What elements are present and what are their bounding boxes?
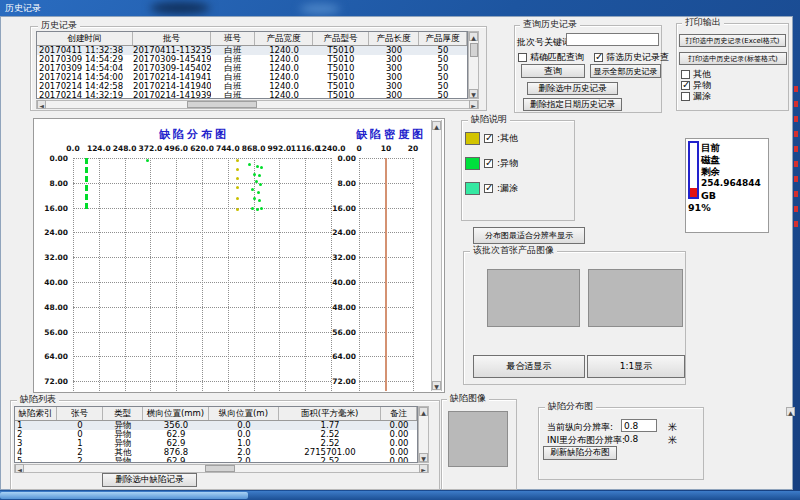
filter-history-checkbox[interactable]: 筛选历史记录查	[594, 51, 669, 64]
scroll-down-icon[interactable]: ▼	[419, 453, 428, 462]
table-row[interactable]: 20170309 14:54:2920170309-145419白班1240.0…	[37, 55, 467, 64]
y-tick-label: 24.00	[40, 228, 68, 237]
scroll-up-icon[interactable]: ▲	[469, 32, 478, 41]
column-header[interactable]: 张号	[57, 407, 103, 420]
cell: 3	[15, 439, 57, 448]
column-header[interactable]: 产品厚度	[419, 32, 467, 45]
grid-line	[73, 257, 331, 258]
cell: 异物	[103, 439, 143, 448]
column-header[interactable]: 批号	[133, 32, 211, 45]
column-header[interactable]: 创建时间	[37, 32, 133, 45]
history-table-hscrollbar[interactable]: ◄ ►	[36, 100, 479, 109]
checkbox-icon[interactable]	[681, 81, 690, 90]
column-header[interactable]: 面积(平方毫米)	[279, 407, 381, 420]
exact-match-checkbox[interactable]: 精确匹配查询	[518, 51, 584, 64]
defect-point	[248, 163, 251, 166]
delete-by-date-button[interactable]: 删除指定日期历史记录	[523, 98, 622, 111]
cell: 20170411 11:32:38	[37, 46, 133, 55]
cell: 300	[369, 46, 419, 55]
scrollbar-thumb[interactable]	[470, 43, 478, 57]
scroll-right-icon[interactable]: ►	[469, 100, 478, 109]
print-excel-button[interactable]: 打印选中历史记录(Excel格式)	[679, 34, 786, 47]
defect-point	[236, 177, 239, 180]
column-header[interactable]: 产品型号	[313, 32, 369, 45]
y-tick-label: 64.00	[328, 352, 356, 361]
scroll-up-icon[interactable]: ▲	[432, 121, 441, 130]
defect-point	[251, 207, 254, 210]
grid-line	[73, 381, 331, 382]
cell: 20170214 14:54:00	[37, 73, 133, 82]
product-image-group-title: 该批次首张产品图像	[470, 245, 557, 256]
scroll-down-icon[interactable]: ▼	[469, 89, 478, 98]
defect-table-hscrollbar[interactable]: ◄ ►	[14, 464, 429, 473]
history-table-vscrollbar[interactable]: ▲ ▼	[468, 31, 479, 99]
delete-selected-history-button[interactable]: 删除选中历史记录	[527, 82, 618, 95]
table-row[interactable]: 10异物356.00.01.770.00	[15, 421, 417, 430]
scroll-left-icon[interactable]: ◄	[37, 100, 46, 109]
column-header[interactable]: 类型	[103, 407, 143, 420]
cell: 4	[15, 448, 57, 457]
keyword-input[interactable]	[566, 33, 659, 46]
checkbox-icon[interactable]	[484, 159, 493, 168]
one-to-one-display-button[interactable]: 1:1显示	[587, 355, 685, 378]
table-row[interactable]: 20170214 14:32:1920170214-141939白班1240.0…	[37, 91, 467, 99]
table-row[interactable]: 20异物62.90.02.520.00	[15, 430, 417, 439]
table-row[interactable]: 42其他876.82.02715701.000.00	[15, 448, 417, 457]
y-tick-label: 8.00	[40, 179, 68, 188]
scroll-left-icon[interactable]: ◄	[15, 464, 24, 473]
y-tick-label: 40.00	[40, 278, 68, 287]
legend-item: :漏涂	[465, 182, 518, 195]
current-resolution-unit: 米	[668, 421, 677, 434]
column-header[interactable]: 横向位置(mm)	[143, 407, 209, 420]
column-header[interactable]: 产品长度	[369, 32, 419, 45]
refresh-distribution-button[interactable]: 刷新缺陷分布图	[543, 446, 617, 460]
cell: 300	[369, 91, 419, 99]
scroll-down-icon[interactable]: ▼	[432, 381, 441, 390]
column-header[interactable]: 产品宽度	[255, 32, 313, 45]
scrollbar-thumb[interactable]	[205, 465, 235, 472]
legend-label: :异物	[497, 157, 518, 170]
y-tick-label: 48.00	[40, 303, 68, 312]
table-row[interactable]: 20170214 14:42:5820170214-141940白班1240.0…	[37, 82, 467, 91]
column-header[interactable]: 班号	[211, 32, 255, 45]
table-row[interactable]: 20170411 11:32:3820170411-113235白班1240.0…	[37, 46, 467, 55]
scroll-up-icon[interactable]: ▲	[786, 407, 795, 416]
desktop-edge-artifact	[794, 86, 798, 236]
disk-unit: GB	[701, 190, 716, 201]
defect-table[interactable]: 缺陷索引张号类型横向位置(mm)纵向位置(m)面积(平方毫米)备注10异物356…	[14, 406, 418, 463]
show-all-button[interactable]: 显示全部历史记录	[590, 64, 661, 78]
cell: 20170309 14:54:29	[37, 55, 133, 64]
checkbox-icon[interactable]	[518, 53, 527, 62]
column-header[interactable]: 纵向位置(m)	[209, 407, 279, 420]
checkbox-icon[interactable]	[681, 92, 690, 101]
defect-table-vscrollbar[interactable]: ▲ ▼	[418, 406, 429, 463]
current-resolution-input[interactable]	[621, 419, 657, 432]
checkbox-icon[interactable]	[594, 53, 603, 62]
checkbox-icon[interactable]	[484, 184, 493, 193]
delete-selected-defect-button[interactable]: 删除选中缺陷记录	[102, 473, 197, 487]
fit-resolution-button[interactable]: 分布图最适合分辨率显示	[473, 227, 585, 244]
history-table[interactable]: 创建时间批号班号产品宽度产品型号产品长度产品厚度20170411 11:32:3…	[36, 31, 468, 99]
legend-color-swatch	[465, 157, 480, 170]
table-row[interactable]: 31异物62.91.02.520.00	[15, 439, 417, 448]
checkbox-icon[interactable]	[484, 134, 493, 143]
column-header[interactable]: 缺陷索引	[15, 407, 57, 420]
table-row[interactable]: 20170214 14:54:0020170214-141941白班1240.0…	[37, 73, 467, 82]
scroll-up-icon[interactable]: ▲	[419, 407, 428, 416]
best-fit-display-button[interactable]: 最合适显示	[473, 355, 585, 378]
cell: 20170214-141939	[133, 91, 211, 99]
chart-vscrollbar[interactable]: ▲ ▼	[431, 120, 442, 391]
scroll-right-icon[interactable]: ►	[419, 464, 428, 473]
taskbar-button[interactable]	[0, 492, 248, 499]
print-miss-checkbox[interactable]: 漏涂	[681, 90, 711, 103]
defect-dash	[85, 158, 88, 164]
scrollbar-thumb[interactable]	[187, 101, 257, 108]
cell: 0.00	[381, 448, 417, 457]
cell: 0	[57, 430, 103, 439]
column-header[interactable]: 备注	[381, 407, 417, 420]
print-label-button[interactable]: 打印选中历史记录(标签格式)	[679, 52, 787, 65]
table-row[interactable]: 20170309 14:54:0420170309-145402白班1240.0…	[37, 64, 467, 73]
search-button[interactable]: 查询	[521, 64, 585, 78]
table-row[interactable]: 52异物62.92.02.520.00	[15, 457, 417, 463]
checkbox-icon[interactable]	[681, 70, 690, 79]
